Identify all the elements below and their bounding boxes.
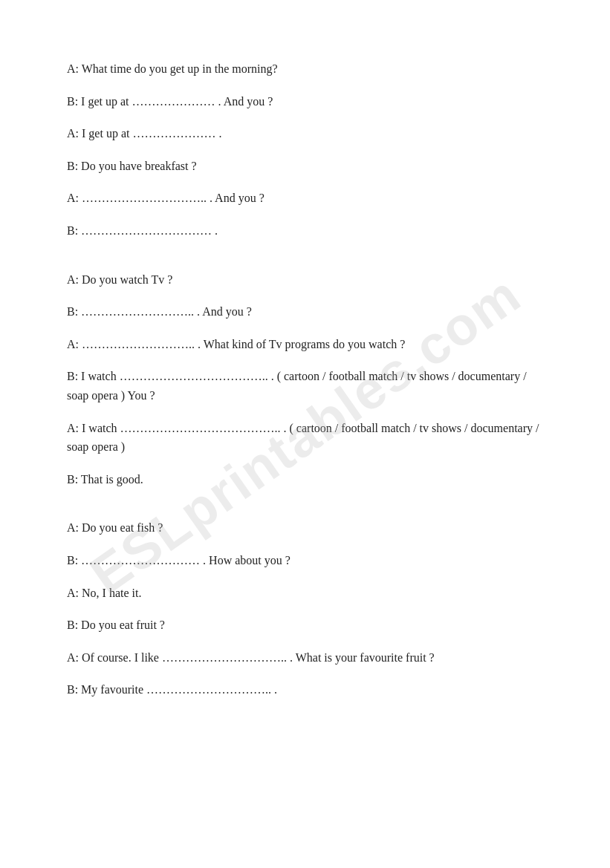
line-3-6: B: My favourite ………………………….. . [67, 680, 543, 699]
section-1: A: What time do you get up in the mornin… [67, 59, 543, 241]
line-3-3: A: No, I hate it. [67, 584, 543, 603]
section-2: A: Do you watch Tv ?B: ……………………….. . And… [67, 270, 543, 489]
line-1-4: B: Do you have breakfast ? [67, 157, 543, 176]
page: ESLprintables.com A: What time do you ge… [0, 0, 610, 868]
line-1-3: A: I get up at ………………… . [67, 124, 543, 143]
line-3-4: B: Do you eat fruit ? [67, 616, 543, 635]
line-2-5: A: I watch ………………………………….. . ( cartoon /… [67, 419, 543, 457]
line-1-5: A: ………………………….. . And you ? [67, 189, 543, 208]
line-2-4: B: I watch ……………………………….. . ( cartoon / … [67, 367, 543, 405]
line-3-1: A: Do you eat fish ? [67, 518, 543, 538]
line-1-6: B: …………………………… . [67, 221, 543, 241]
line-1-2: B: I get up at ………………… . And you ? [67, 92, 543, 111]
line-2-1: A: Do you watch Tv ? [67, 270, 543, 290]
line-3-2: B: ………………………… . How about you ? [67, 551, 543, 570]
line-2-3: A: ……………………….. . What kind of Tv program… [67, 335, 543, 354]
line-2-6: B: That is good. [67, 470, 543, 489]
line-3-5: A: Of course. I like ………………………….. . What… [67, 648, 543, 668]
line-1-1: A: What time do you get up in the mornin… [67, 59, 543, 79]
section-3: A: Do you eat fish ?B: ………………………… . How … [67, 518, 543, 699]
line-2-2: B: ……………………….. . And you ? [67, 302, 543, 322]
